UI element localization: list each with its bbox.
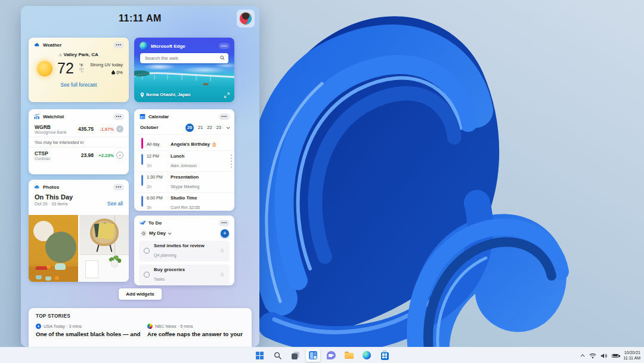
start-button[interactable] [252,349,267,362]
location-pin-icon [140,93,144,97]
event-title: Studio Time [171,195,200,201]
task-title: Send invites for review [154,243,215,248]
stock-price: 435.75 [78,126,94,132]
calendar-scroll-indicator[interactable] [231,155,232,168]
watchlist-chart-icon [34,113,40,119]
weather-location-row[interactable]: ⌂ Valley Park, CA [29,52,129,57]
todo-menu-button[interactable]: ••• [219,220,230,226]
edge-widget[interactable]: Microsoft Edge ••• Ikema Ohashi, Japan [134,38,234,102]
weather-widget[interactable]: Weather ••• ⌂ Valley Park, CA 72 °F °C S… [29,38,129,102]
watchlist-menu-button[interactable]: ••• [113,113,124,120]
calendar-date[interactable]: 23 [216,125,221,130]
usa-today-logo-icon [36,324,41,329]
task-row[interactable]: Buy groceries Tasks ☆ [139,264,230,285]
event-duration: 3h [147,205,151,210]
search-icon [220,56,225,60]
widgets-button[interactable] [306,349,320,362]
todo-title: To Do [148,220,216,226]
photos-menu-button[interactable]: ••• [113,184,124,190]
clock-tray[interactable]: 10/20/21 11:11 AM [623,350,640,361]
photos-widget[interactable]: Photos ••• On This Day Oct 20 · 33 items… [29,180,129,282]
photo-collage [29,215,129,282]
event-title: Presentation [171,174,199,180]
see-all-link[interactable]: See all [107,201,123,207]
profile-button[interactable] [237,10,255,27]
edge-menu-button[interactable]: ••• [219,43,230,50]
news-story[interactable]: USA Today · 3 mins One of the smallest b… [36,324,134,337]
watchlist-widget[interactable]: Watchlist ••• WGRB Woodgrove Bank 435.75… [29,109,129,174]
chat-button[interactable] [324,349,338,362]
chevron-down-icon[interactable] [168,231,172,235]
watchlist-add-icon[interactable]: + [116,152,123,159]
star-icon[interactable]: ☆ [219,248,225,254]
calendar-date-selected[interactable]: 20 [185,124,194,132]
calendar-event[interactable]: All day Angela's Birthday 🎂 [134,134,234,150]
photos-cloud-icon [34,184,40,190]
widgets-icon [309,351,317,359]
event-subtitle: Conf Rm 32/35 [171,205,200,210]
expand-icon[interactable] [224,93,230,98]
calendar-date[interactable]: 21 [198,125,203,130]
temperature-value: 72 [57,61,74,76]
task-view-icon [292,352,299,359]
calendar-menu-button[interactable]: ••• [219,113,230,120]
store-button[interactable] [377,349,392,362]
story-headline[interactable]: Are coffee naps the answer to your [147,331,244,337]
edge-search-input[interactable] [140,53,228,63]
calendar-widget[interactable]: Calendar ••• October 20 21 22 23 All day… [134,109,234,211]
photos-subheading: Oct 20 · 33 items [35,201,73,207]
chevron-down-icon[interactable] [227,125,230,129]
sun-icon [37,61,52,76]
tray-chevron-up-icon[interactable] [581,354,585,358]
event-time: 1:30 PM [147,174,167,180]
task-view-button[interactable] [288,349,302,362]
add-task-button[interactable]: + [221,229,229,238]
event-duration: 1h [147,164,151,168]
volume-icon[interactable] [600,353,608,359]
see-full-forecast-link[interactable]: See full forecast [29,82,129,88]
news-story[interactable]: NBC News · 5 mins Are coffee naps the an… [147,324,244,337]
task-checkbox[interactable] [144,272,150,278]
edge-photo-caption: Ikema Ohashi, Japan [146,92,191,97]
chat-icon [327,351,336,359]
stock-company: Woodgrove Bank [35,130,72,134]
photo-thumbnail[interactable] [29,215,78,282]
top-stories-card: TOP STORIES USA Today · 3 mins One of th… [29,308,252,347]
event-time: 12 PM [147,153,167,159]
windows-logo-icon [256,352,264,359]
todo-widget[interactable]: To Do ••• My Day + Send invites for revi… [134,216,234,285]
weather-menu-button[interactable]: ••• [113,42,124,48]
edge-browser-button[interactable] [360,349,374,362]
battery-icon[interactable] [612,354,619,358]
unit-fahrenheit[interactable]: °F [79,63,84,68]
photo-thumbnail[interactable] [79,215,129,282]
event-color-bar [141,196,143,207]
star-icon[interactable]: ☆ [219,272,225,278]
stock-row-ctsp[interactable]: CTSP Contoso 23.98 +2.23% + [29,149,129,162]
watchlist-added-icon[interactable]: ✓ [116,125,123,133]
home-icon: ⌂ [59,53,61,57]
calendar-event[interactable]: 1:30 PM 1h Presentation Skype Meeting [134,171,234,192]
precipitation-value: 0% [116,70,123,75]
calendar-event[interactable]: 6:00 PM 3h Studio Time Conf Rm 32/35 [134,192,234,213]
stock-company: Contoso [35,156,72,161]
task-row[interactable]: Send invites for review Q4 planning ☆ [139,241,230,262]
unit-toggle[interactable]: °F °C [79,63,84,73]
wifi-icon[interactable] [589,353,596,359]
weather-title: Weather [43,42,110,48]
top-stories-heading: TOP STORIES [29,308,252,324]
search-button[interactable] [270,349,284,362]
stock-row-wgrb[interactable]: WGRB Woodgrove Bank 435.75 -1.67% ✓ [29,122,129,136]
unit-celsius[interactable]: °C [79,68,84,73]
task-subtitle: Q4 planning [154,253,177,257]
store-icon [381,352,389,360]
task-checkbox[interactable] [144,248,150,254]
calendar-date[interactable]: 22 [207,125,212,130]
add-widgets-button[interactable]: Add widgets [119,288,162,300]
story-headline[interactable]: One of the smallest black holes — and [36,331,134,337]
event-time: All day [147,141,160,147]
calendar-month[interactable]: October [140,125,185,130]
file-explorer-button[interactable] [342,349,356,362]
my-day-label[interactable]: My Day [149,230,166,236]
calendar-event[interactable]: 12 PM 1h Lunch Alex Johnson [134,150,234,171]
